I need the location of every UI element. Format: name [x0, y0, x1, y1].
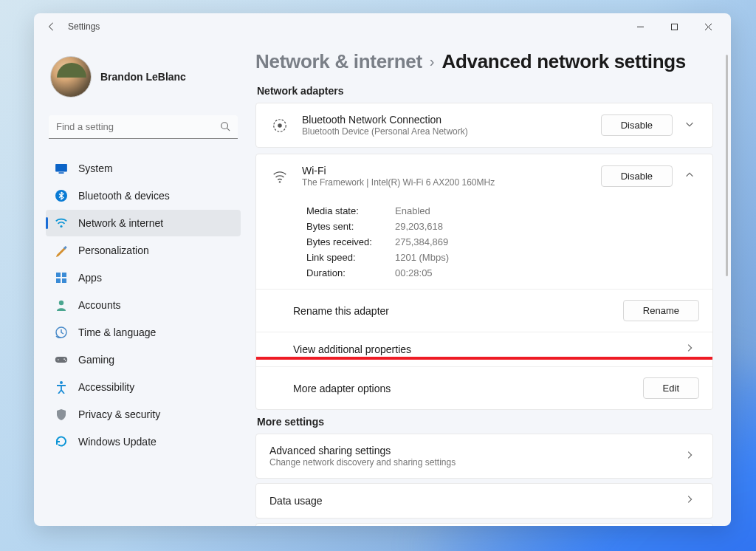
- more-settings-item[interactable]: Advanced sharing settings Change network…: [255, 434, 713, 479]
- wifi-icon: [55, 216, 68, 230]
- chevron-right-icon: [684, 343, 699, 356]
- svg-rect-9: [56, 273, 61, 277]
- sidebar-item-apps[interactable]: Apps: [46, 264, 241, 291]
- titlebar: Settings: [34, 13, 731, 40]
- more-adapter-options-row: More adapter options Edit: [256, 366, 712, 409]
- detail-label: Media state:: [306, 205, 395, 216]
- sidebar-item-update[interactable]: Windows Update: [46, 428, 241, 455]
- detail-label: Duration:: [306, 267, 395, 278]
- more-settings-item[interactable]: Hardware and connection properties: [255, 523, 713, 526]
- adapter-title: Bluetooth Network Connection: [302, 114, 589, 126]
- adapter-row-wifi[interactable]: Wi-Fi The Framework | Intel(R) Wi-Fi 6 A…: [256, 154, 712, 198]
- close-button[interactable]: [691, 15, 725, 38]
- gaming-icon: [55, 353, 68, 366]
- avatar: [50, 56, 92, 97]
- profile[interactable]: Brandon LeBlanc: [46, 49, 241, 112]
- more-settings-title: Advanced sharing settings: [269, 445, 676, 456]
- svg-point-16: [58, 359, 59, 360]
- svg-point-7: [60, 225, 62, 227]
- detail-value: Enabled: [395, 205, 699, 216]
- adapter-subtitle: The Framework | Intel(R) Wi-Fi 6 AX200 1…: [302, 177, 589, 188]
- search-icon: [220, 121, 230, 134]
- sidebar-item-clock[interactable]: Time & language: [46, 319, 241, 346]
- scrollbar[interactable]: [726, 55, 728, 276]
- svg-rect-4: [55, 164, 67, 172]
- close-icon: [704, 23, 712, 31]
- svg-rect-12: [62, 278, 66, 283]
- svg-rect-11: [56, 278, 61, 283]
- search-box[interactable]: [49, 115, 238, 139]
- svg-rect-5: [59, 172, 64, 174]
- sidebar: Brandon LeBlanc SystemBluetooth & device…: [34, 40, 247, 526]
- chevron-right-icon: ›: [430, 53, 435, 70]
- minimize-icon: [636, 23, 645, 31]
- rename-button[interactable]: Rename: [623, 300, 699, 321]
- apps-icon: [55, 271, 68, 284]
- svg-point-2: [221, 123, 228, 129]
- sidebar-item-wifi[interactable]: Network & internet: [46, 210, 241, 236]
- minimize-button[interactable]: [623, 15, 657, 38]
- paint-icon: [55, 244, 68, 257]
- view-properties-row[interactable]: View additional properties: [256, 332, 712, 366]
- svg-rect-10: [62, 273, 66, 277]
- section-more-settings: More settings: [257, 416, 713, 428]
- sidebar-item-gaming[interactable]: Gaming: [46, 346, 241, 373]
- rename-adapter-row: Rename this adapter Rename: [256, 289, 712, 332]
- rename-label: Rename this adapter: [293, 305, 614, 317]
- detail-value: 275,384,869: [395, 236, 699, 247]
- sidebar-item-label: Network & internet: [78, 217, 163, 229]
- adapter-card-wifi: Wi-Fi The Framework | Intel(R) Wi-Fi 6 A…: [255, 154, 713, 410]
- back-button[interactable]: [40, 15, 63, 38]
- sidebar-item-system[interactable]: System: [46, 155, 241, 182]
- content-area: Network & internet › Advanced network se…: [247, 40, 731, 526]
- shield-icon: [55, 408, 68, 421]
- detail-value: 29,203,618: [395, 221, 699, 232]
- sidebar-item-paint[interactable]: Personalization: [46, 237, 241, 264]
- system-icon: [55, 162, 68, 175]
- detail-label: Link speed:: [306, 252, 395, 263]
- sidebar-item-label: Apps: [78, 272, 102, 284]
- breadcrumb-parent[interactable]: Network & internet: [255, 50, 422, 73]
- detail-value: 00:28:05: [395, 267, 699, 278]
- detail-label: Bytes received:: [306, 236, 395, 247]
- svg-point-19: [60, 381, 63, 384]
- chevron-right-icon: [684, 494, 699, 507]
- section-network-adapters: Network adapters: [257, 85, 713, 97]
- disable-button[interactable]: Disable: [601, 114, 673, 136]
- sidebar-item-bluetooth[interactable]: Bluetooth & devices: [46, 182, 241, 209]
- chevron-down-icon[interactable]: [684, 119, 699, 132]
- wifi-adapter-icon: [269, 166, 290, 187]
- sidebar-item-shield[interactable]: Privacy & security: [46, 401, 241, 428]
- adapter-subtitle: Bluetooth Device (Personal Area Network): [302, 126, 589, 137]
- sidebar-item-accessibility[interactable]: Accessibility: [46, 374, 241, 400]
- edit-button[interactable]: Edit: [643, 377, 699, 399]
- svg-point-18: [65, 360, 66, 361]
- maximize-icon: [670, 23, 678, 31]
- chevron-right-icon: [684, 450, 699, 463]
- clock-icon: [55, 326, 68, 339]
- disable-button[interactable]: Disable: [601, 165, 673, 187]
- sidebar-item-label: Gaming: [78, 354, 114, 366]
- svg-point-22: [279, 181, 281, 182]
- sidebar-item-label: Time & language: [78, 326, 156, 338]
- svg-point-21: [278, 123, 282, 128]
- view-properties-label: View additional properties: [293, 343, 676, 355]
- adapter-row-bluetooth[interactable]: Bluetooth Network Connection Bluetooth D…: [256, 103, 712, 147]
- profile-name: Brandon LeBlanc: [100, 71, 186, 83]
- arrow-left-icon: [47, 21, 57, 32]
- sidebar-item-label: System: [78, 162, 113, 174]
- sidebar-item-label: Privacy & security: [78, 408, 160, 420]
- detail-value: 1201 (Mbps): [395, 252, 699, 263]
- account-icon: [55, 298, 68, 312]
- adapter-title: Wi-Fi: [302, 165, 589, 177]
- sidebar-item-account[interactable]: Accounts: [46, 292, 241, 318]
- adapter-card-bluetooth: Bluetooth Network Connection Bluetooth D…: [255, 103, 713, 148]
- search-input[interactable]: [49, 115, 238, 139]
- chevron-up-icon[interactable]: [684, 170, 699, 183]
- svg-line-3: [227, 129, 230, 131]
- bluetooth-icon: [55, 189, 68, 202]
- maximize-button[interactable]: [657, 15, 691, 38]
- sidebar-item-label: Accessibility: [78, 381, 134, 393]
- more-settings-item[interactable]: Data usage: [255, 483, 713, 519]
- more-settings-subtitle: Change network discovery and sharing set…: [269, 457, 676, 468]
